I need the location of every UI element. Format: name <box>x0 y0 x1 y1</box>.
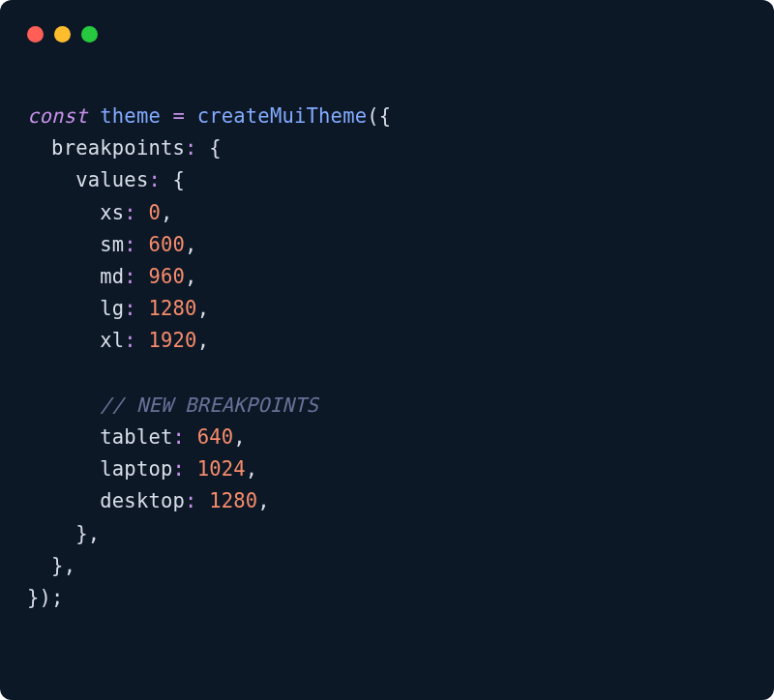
code-window: const theme = createMuiTheme({ breakpoin… <box>0 0 774 700</box>
prop-values: values <box>75 168 148 191</box>
variable-name: theme <box>100 104 161 128</box>
colon: : <box>124 265 136 288</box>
prop-lg: lg <box>100 297 124 320</box>
open-brace: { <box>173 168 186 191</box>
val-laptop: 1024 <box>197 457 246 481</box>
colon: : <box>124 329 136 352</box>
val-desktop: 1280 <box>209 489 257 512</box>
colon: : <box>173 425 186 449</box>
val-tablet: 640 <box>197 425 234 449</box>
val-md: 960 <box>148 265 185 288</box>
close-brace: } <box>75 522 88 545</box>
val-xs: 0 <box>148 201 161 224</box>
maximize-icon[interactable] <box>81 26 98 43</box>
comma: , <box>185 233 197 256</box>
val-sm: 600 <box>148 233 185 256</box>
val-xl: 1920 <box>148 329 196 352</box>
prop-sm: sm <box>100 233 124 256</box>
colon: : <box>124 233 136 256</box>
colon: : <box>148 168 161 191</box>
prop-md: md <box>100 265 124 288</box>
titlebar <box>0 0 774 43</box>
close-brace: } <box>51 554 64 577</box>
colon: : <box>185 136 197 160</box>
prop-breakpoints: breakpoints <box>51 136 185 160</box>
prop-xl: xl <box>100 329 124 352</box>
close-paren: ) <box>40 586 52 609</box>
prop-laptop: laptop <box>100 457 172 481</box>
comma: , <box>257 489 270 512</box>
comma: , <box>64 554 76 577</box>
prop-xs: xs <box>100 201 124 224</box>
open-paren: ( <box>367 104 379 128</box>
comma: , <box>246 457 258 481</box>
prop-tablet: tablet <box>100 425 172 449</box>
semicolon: ; <box>51 586 64 609</box>
close-brace: } <box>27 586 40 609</box>
code-block: const theme = createMuiTheme({ breakpoin… <box>0 43 774 641</box>
open-brace: { <box>209 136 222 160</box>
colon: : <box>185 489 197 512</box>
comment-new-breakpoints: // NEW BREAKPOINTS <box>100 394 318 417</box>
keyword-const: const <box>27 104 88 128</box>
comma: , <box>88 522 101 545</box>
minimize-icon[interactable] <box>54 26 71 43</box>
open-brace: { <box>379 104 392 128</box>
colon: : <box>124 201 136 224</box>
comma: , <box>161 201 173 224</box>
colon: : <box>173 457 186 481</box>
function-name: createMuiTheme <box>197 104 368 128</box>
val-lg: 1280 <box>148 297 196 320</box>
comma: , <box>197 297 210 320</box>
comma: , <box>233 425 246 449</box>
equals-operator: = <box>173 104 186 128</box>
colon: : <box>124 297 136 320</box>
prop-desktop: desktop <box>100 489 185 512</box>
comma: , <box>185 265 197 288</box>
close-icon[interactable] <box>27 26 44 43</box>
comma: , <box>197 329 210 352</box>
